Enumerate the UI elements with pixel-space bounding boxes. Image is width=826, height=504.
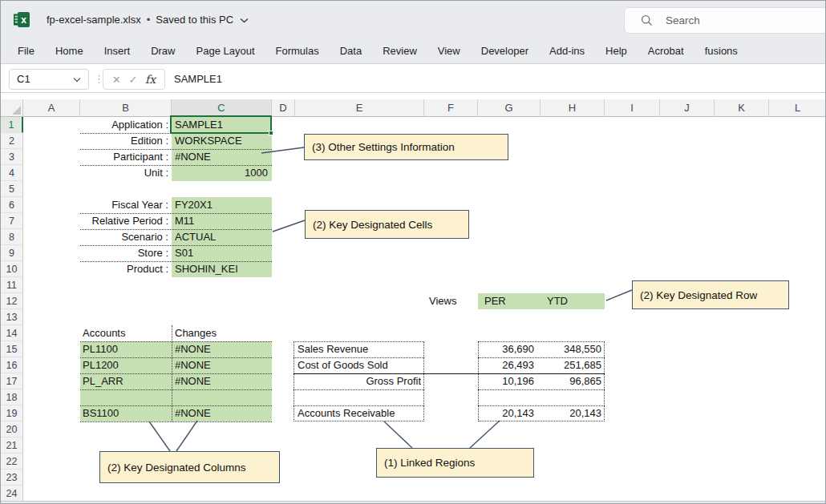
row-header-23[interactable]: 23 — [1, 470, 23, 486]
excel-app-icon[interactable]: x — [14, 12, 30, 27]
cell-H17[interactable]: 96,865 — [541, 373, 601, 389]
callout-linked-regions[interactable]: (1) Linked Regions — [376, 448, 534, 478]
cell-G17[interactable]: 10,196 — [478, 373, 534, 389]
cell-B10[interactable]: Product : — [23, 261, 168, 277]
ribbon-tab-insert[interactable]: Insert — [104, 45, 131, 57]
cell-H12[interactable]: YTD — [547, 293, 601, 309]
cell-C16[interactable]: #NONE — [175, 357, 269, 373]
cell-C9[interactable]: S01 — [175, 245, 269, 261]
confirm-icon[interactable]: ✓ — [128, 74, 137, 86]
chevron-down-icon[interactable] — [240, 18, 249, 23]
ribbon-tab-draw[interactable]: Draw — [151, 45, 175, 57]
ribbon-tab-formulas[interactable]: Formulas — [276, 45, 319, 57]
cell-B1[interactable]: Application : — [23, 117, 168, 133]
insert-function-icon[interactable]: fx — [145, 73, 156, 86]
cell-B7[interactable]: Relative Period : — [23, 213, 168, 229]
cell-B15[interactable]: PL1100 — [83, 341, 169, 357]
column-header-D[interactable]: D — [272, 99, 295, 117]
column-header-I[interactable]: I — [605, 99, 660, 117]
row-header-24[interactable]: 24 — [1, 486, 23, 502]
cell-C19[interactable]: #NONE — [175, 405, 269, 421]
ribbon-tab-acrobat[interactable]: Acrobat — [648, 45, 684, 57]
column-header-L[interactable]: L — [769, 99, 826, 117]
cell-B14[interactable]: Accounts — [83, 325, 169, 341]
cell-E19[interactable]: Accounts Receivable — [298, 405, 421, 421]
row-header-3[interactable]: 3 — [1, 149, 23, 165]
cell-E17[interactable]: Gross Profit — [294, 373, 421, 389]
ribbon-tab-review[interactable]: Review — [383, 45, 417, 57]
cell-C8[interactable]: ACTUAL — [175, 229, 269, 245]
row-header-21[interactable]: 21 — [1, 437, 23, 454]
row-header-12[interactable]: 12 — [1, 293, 23, 309]
row-header-10[interactable]: 10 — [1, 261, 23, 277]
cell-G15[interactable]: 36,690 — [478, 341, 534, 357]
callout-other-settings[interactable]: (3) Other Settings Information — [304, 134, 508, 160]
callout-key-designated-columns[interactable]: (2) Key Designated Columns — [99, 451, 280, 483]
search-input[interactable]: Search — [624, 7, 826, 34]
column-header-J[interactable]: J — [660, 99, 715, 117]
cell-B19[interactable]: BS1100 — [83, 405, 169, 421]
cell-E15[interactable]: Sales Revenue — [298, 341, 421, 357]
select-all-corner[interactable] — [1, 99, 23, 117]
ribbon-tab-data[interactable]: Data — [340, 45, 362, 57]
cell-C14[interactable]: Changes — [175, 325, 269, 341]
row-header-17[interactable]: 17 — [1, 373, 23, 389]
row-header-18[interactable]: 18 — [1, 389, 23, 405]
cell-C15[interactable]: #NONE — [175, 341, 269, 357]
ribbon-tab-add-ins[interactable]: Add-ins — [549, 45, 585, 57]
cell-B16[interactable]: PL1200 — [83, 357, 169, 373]
ribbon-tab-fusions[interactable]: fusions — [705, 45, 738, 57]
row-header-5[interactable]: 5 — [1, 181, 23, 197]
row-header-9[interactable]: 9 — [1, 245, 23, 261]
column-header-A[interactable]: A — [23, 99, 80, 117]
save-status[interactable]: Saved to this PC — [156, 14, 233, 26]
row-header-1[interactable]: 1 — [1, 117, 23, 133]
cell-F12[interactable]: Views — [429, 293, 476, 309]
row-header-22[interactable]: 22 — [1, 454, 23, 470]
name-box[interactable]: C1 — [9, 69, 89, 90]
cell-H16[interactable]: 251,685 — [541, 357, 601, 373]
ribbon-tab-view[interactable]: View — [438, 45, 460, 57]
cell-B9[interactable]: Store : — [23, 245, 168, 261]
cell-B17[interactable]: PL_ARR — [83, 373, 169, 389]
ribbon-tab-file[interactable]: File — [18, 45, 34, 57]
cell-B8[interactable]: Scenario : — [23, 229, 168, 245]
name-box-chevron-icon[interactable] — [73, 77, 81, 83]
row-header-4[interactable]: 4 — [1, 165, 23, 181]
cell-G19[interactable]: 20,143 — [478, 405, 534, 421]
cell-C6[interactable]: FY20X1 — [175, 197, 269, 213]
ribbon-tab-developer[interactable]: Developer — [481, 45, 528, 57]
row-header-16[interactable]: 16 — [1, 357, 23, 373]
cell-E16[interactable]: Cost of Goods Sold — [298, 357, 421, 373]
ribbon-tab-page-layout[interactable]: Page Layout — [196, 45, 255, 57]
cell-C4[interactable]: 1000 — [172, 165, 268, 181]
row-header-11[interactable]: 11 — [1, 277, 23, 293]
cell-H15[interactable]: 348,550 — [541, 341, 601, 357]
row-header-2[interactable]: 2 — [1, 133, 23, 149]
row-header-20[interactable]: 20 — [1, 421, 23, 437]
column-header-F[interactable]: F — [424, 99, 478, 117]
row-header-19[interactable]: 19 — [1, 405, 23, 421]
row-header-8[interactable]: 8 — [1, 229, 23, 245]
column-header-C[interactable]: C — [172, 99, 272, 117]
callout-key-designated-cells[interactable]: (2) Key Designated Cells — [305, 210, 469, 239]
column-header-B[interactable]: B — [80, 99, 172, 117]
ribbon-tab-home[interactable]: Home — [55, 45, 83, 57]
column-header-H[interactable]: H — [541, 99, 605, 117]
cell-B2[interactable]: Edition : — [23, 133, 168, 149]
cell-C17[interactable]: #NONE — [175, 373, 269, 389]
callout-key-designated-row[interactable]: (2) Key Designated Row — [632, 280, 789, 309]
row-header-14[interactable]: 14 — [1, 325, 23, 341]
cell-C3[interactable]: #NONE — [175, 149, 269, 165]
cell-C10[interactable]: SHOHIN_KEI — [175, 261, 269, 277]
cancel-icon[interactable]: ✕ — [112, 74, 121, 86]
formula-input[interactable]: SAMPLE1 — [174, 69, 222, 90]
column-header-G[interactable]: G — [478, 99, 541, 117]
row-header-6[interactable]: 6 — [1, 197, 23, 213]
row-header-7[interactable]: 7 — [1, 213, 23, 229]
row-header-15[interactable]: 15 — [1, 341, 23, 357]
cell-C7[interactable]: M11 — [175, 213, 269, 229]
cell-C2[interactable]: WORKSPACE — [175, 133, 269, 149]
fill-handle[interactable] — [269, 131, 273, 135]
cell-B4[interactable]: Unit : — [23, 165, 168, 181]
